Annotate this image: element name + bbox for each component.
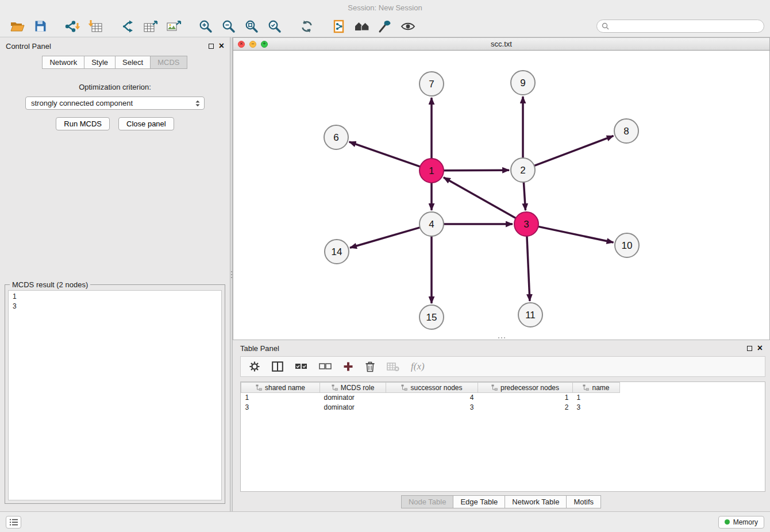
node-2[interactable]: 2 <box>511 158 535 182</box>
search-field[interactable] <box>596 20 764 33</box>
export-image-button[interactable] <box>162 18 185 35</box>
export-network-icon <box>143 20 159 33</box>
node-4[interactable]: 4 <box>419 212 444 236</box>
table-cell[interactable]: 3 <box>573 403 620 413</box>
function-builder-button[interactable]: f(x) <box>411 361 425 372</box>
tab-mcds[interactable]: MCDS <box>150 56 187 69</box>
table-cell[interactable]: 3 <box>241 403 320 413</box>
clone-network-icon <box>333 20 345 33</box>
close-table-panel-icon[interactable]: × <box>757 344 763 353</box>
search-input[interactable] <box>612 22 759 30</box>
delete-table-button[interactable] <box>387 361 399 372</box>
split-columns-button[interactable] <box>272 361 283 372</box>
refresh-layout-button[interactable] <box>295 18 318 35</box>
float-panel-icon[interactable] <box>209 44 214 49</box>
table-cell[interactable]: 1 <box>241 393 320 403</box>
table-cell[interactable]: 1 <box>478 393 573 403</box>
close-window-button[interactable]: × <box>238 41 245 48</box>
node-6[interactable]: 6 <box>324 125 348 149</box>
add-column-button[interactable] <box>343 361 353 372</box>
save-session-button[interactable] <box>29 18 52 35</box>
node-3[interactable]: 3 <box>514 212 538 236</box>
tab-network[interactable]: Network <box>42 56 84 69</box>
edge-2-8[interactable] <box>534 136 614 165</box>
tab-select[interactable]: Select <box>115 56 151 69</box>
table-panel-tabs: Node Table Edge Table Network Table Moti… <box>233 492 770 511</box>
tab-edge-table[interactable]: Edge Table <box>453 495 505 508</box>
minimize-window-button[interactable]: − <box>249 41 256 48</box>
clone-network-button[interactable] <box>328 18 351 35</box>
criterion-selected-value: strongly connected component <box>31 99 194 107</box>
svg-text:14: 14 <box>332 246 342 257</box>
apply-style-button[interactable] <box>374 18 396 35</box>
table-settings-button[interactable] <box>249 361 260 372</box>
table-cell[interactable]: 2 <box>478 403 573 413</box>
import-network-button[interactable] <box>61 18 84 35</box>
column-edit-icon <box>401 384 407 391</box>
node-11[interactable]: 11 <box>518 303 542 327</box>
column-header-successor-nodes[interactable]: successor nodes <box>386 383 478 393</box>
zoom-window-button[interactable]: + <box>261 41 268 48</box>
table-cell[interactable]: dominator <box>320 393 386 403</box>
edge-3-10[interactable] <box>538 226 614 242</box>
column-header-shared-name[interactable]: shared name <box>241 383 320 393</box>
mcds-result-box[interactable]: 1 3 <box>8 290 222 500</box>
show-hide-button[interactable] <box>396 18 419 35</box>
deselect-all-button[interactable] <box>319 362 332 371</box>
edge-4-14[interactable] <box>350 228 421 248</box>
horizontal-splitter-handle[interactable] <box>498 337 505 338</box>
table-cell[interactable]: 1 <box>573 393 620 403</box>
svg-text:7: 7 <box>429 79 434 90</box>
table-panel-header: Table Panel × <box>233 340 770 356</box>
column-header-predecessor-nodes[interactable]: predecessor nodes <box>478 383 573 393</box>
criterion-select[interactable]: strongly connected component <box>25 97 205 110</box>
node-10[interactable]: 10 <box>615 233 639 257</box>
result-line: 1 <box>13 292 217 302</box>
table-cell[interactable]: dominator <box>320 403 386 413</box>
zoom-in-button[interactable] <box>194 18 217 35</box>
node-table[interactable]: shared name MCDS role successor nodes pr… <box>240 381 765 492</box>
table-row[interactable]: 3dominator323 <box>241 403 620 413</box>
node-14[interactable]: 14 <box>325 240 349 264</box>
zoom-out-button[interactable] <box>217 18 240 35</box>
node-8[interactable]: 8 <box>614 119 638 143</box>
control-panel-header: Control Panel × <box>0 37 230 55</box>
node-15[interactable]: 15 <box>419 305 444 329</box>
table-row[interactable]: 1dominator411 <box>241 393 620 403</box>
close-panel-button[interactable]: Close panel <box>118 117 174 130</box>
trash-icon <box>365 361 375 372</box>
table-cell[interactable]: 4 <box>386 393 478 403</box>
show-panels-button[interactable] <box>6 516 21 529</box>
edge-3-11[interactable] <box>527 236 530 301</box>
import-table-button[interactable] <box>84 18 107 35</box>
memory-button[interactable]: Memory <box>718 516 764 529</box>
tab-style[interactable]: Style <box>84 56 116 69</box>
tab-network-table[interactable]: Network Table <box>505 495 567 508</box>
column-header-name[interactable]: name <box>573 383 620 393</box>
edge-2-3[interactable] <box>523 182 525 210</box>
zoom-fit-button[interactable] <box>240 18 263 35</box>
column-header-mcds-role[interactable]: MCDS role <box>320 383 386 393</box>
close-panel-icon[interactable]: × <box>219 41 224 51</box>
export-network-button[interactable] <box>139 18 162 35</box>
network-canvas[interactable]: 7968124314101511 <box>233 51 770 340</box>
run-mcds-button[interactable]: Run MCDS <box>56 117 110 130</box>
new-network-button[interactable] <box>116 18 139 35</box>
zoom-selected-button[interactable] <box>263 18 286 35</box>
select-all-button[interactable] <box>295 362 307 371</box>
delete-column-button[interactable] <box>365 361 375 372</box>
select-all-icon <box>295 362 307 371</box>
network-window-titlebar[interactable]: scc.txt × − + <box>233 37 770 51</box>
node-1[interactable]: 1 <box>419 159 444 183</box>
open-file-button[interactable] <box>6 18 29 35</box>
go-home-button[interactable] <box>351 18 374 35</box>
table-cell[interactable]: 3 <box>386 403 478 413</box>
float-table-panel-icon[interactable] <box>747 346 752 351</box>
tab-motifs[interactable]: Motifs <box>566 495 601 508</box>
edge-3-1[interactable] <box>444 178 517 218</box>
node-9[interactable]: 9 <box>511 71 535 95</box>
edge-1-2[interactable] <box>443 170 509 171</box>
edge-1-6[interactable] <box>349 142 421 167</box>
node-7[interactable]: 7 <box>419 72 444 96</box>
tab-node-table[interactable]: Node Table <box>401 495 454 508</box>
